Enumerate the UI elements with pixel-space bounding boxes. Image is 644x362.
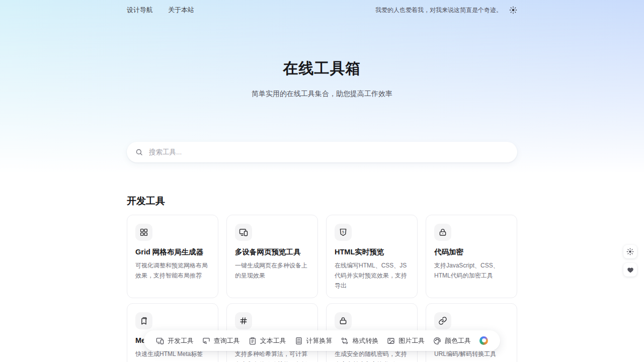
dock-item-text-tools[interactable]: 文本工具: [249, 336, 286, 345]
tool-desc: 可视化调整和预览网格布局效果，支持智能布局推荐: [135, 260, 210, 281]
dock-item-label: 查询工具: [214, 336, 240, 345]
tool-desc: 支持JavaScript、CSS、HTML代码的加密工具: [434, 260, 509, 281]
lock-keyhole-icon: [434, 224, 451, 241]
hash-icon: [235, 312, 252, 329]
transform-icon: [341, 337, 349, 345]
tool-title: HTML实时预览: [335, 247, 409, 257]
section-title-dev-tools: 开发工具: [127, 195, 517, 208]
sun-icon: [626, 248, 634, 255]
dock-item-label: 图片工具: [398, 336, 425, 345]
search-input[interactable]: [127, 142, 517, 162]
html5-badge-icon: 5: [335, 224, 352, 241]
dock-item-query-tools[interactable]: 查询工具: [202, 336, 240, 345]
tool-desc: 在线编写HTML、CSS、JS代码并实时预览效果，支持导出: [335, 260, 409, 291]
bottom-dock: 开发工具 查询工具 文本工具: [144, 330, 500, 351]
screen-search-icon: [202, 337, 210, 345]
tool-desc: 生成安全的随机密码，支持自定义长度和字符类型: [335, 349, 409, 362]
svg-text:5: 5: [342, 230, 344, 234]
bookmark-tag-icon: [135, 312, 152, 329]
sun-icon: [509, 6, 517, 14]
nav-design-link[interactable]: 设计导航: [127, 6, 153, 15]
link-icon: [434, 312, 451, 329]
tool-card-device-preview[interactable]: 多设备网页预览工具 一键生成网页在多种设备上的呈现效果: [226, 215, 318, 298]
theme-toggle-button[interactable]: [509, 6, 517, 14]
tool-title: 代码加密: [434, 247, 509, 257]
search-bar: [127, 142, 517, 162]
favorite-fab-button[interactable]: [623, 263, 637, 277]
dock-item-label: 格式转换: [352, 336, 378, 345]
dock-item-label: 计算换算: [306, 336, 333, 345]
dock-item-label: 开发工具: [168, 336, 194, 345]
tool-desc: 支持多种哈希算法，可计算文本和文件的哈希值，包括MD5、SHA1...: [235, 349, 309, 362]
lock-icon: [335, 312, 352, 329]
tool-title: 多设备网页预览工具: [235, 247, 309, 257]
heart-icon: [627, 266, 634, 274]
tool-desc: 一键生成网页在多种设备上的呈现效果: [235, 260, 309, 281]
search-icon: [135, 148, 143, 156]
page-subtitle: 简单实用的在线工具集合，助您提高工作效率: [127, 89, 517, 99]
calculator-icon: [295, 337, 303, 345]
dock-item-calc-tools[interactable]: 计算换算: [295, 336, 333, 345]
theme-fab-button[interactable]: [623, 245, 637, 258]
tool-title: Grid 网格布局生成器: [135, 247, 210, 257]
header-quote: 我爱的人也爱着我，对我来说这简直是个奇迹。: [375, 6, 502, 15]
dock-item-dev-tools[interactable]: 开发工具: [156, 336, 194, 345]
dock-item-label: 文本工具: [260, 336, 286, 345]
tool-card-html-preview[interactable]: 5 HTML实时预览 在线编写HTML、CSS、JS代码并实时预览效果，支持导出: [326, 215, 418, 298]
devices-icon: [235, 224, 252, 241]
dock-item-format-convert[interactable]: 格式转换: [341, 336, 378, 345]
clipboard-icon: [249, 337, 257, 345]
rainbow-swirl-icon[interactable]: [479, 336, 488, 345]
floating-side-buttons: [623, 245, 637, 277]
tool-card-grid-generator[interactable]: Grid 网格布局生成器 可视化调整和预览网格布局效果，支持智能布局推荐: [127, 215, 218, 298]
image-icon: [387, 337, 395, 345]
layout-grid-icon: [135, 224, 152, 241]
nav-about-link[interactable]: 关于本站: [168, 6, 194, 15]
devices-icon: [156, 337, 164, 345]
dock-item-image-tools[interactable]: 图片工具: [387, 336, 425, 345]
dock-item-label: 颜色工具: [445, 336, 471, 345]
dock-item-color-tools[interactable]: 颜色工具: [433, 336, 471, 345]
header-nav: 设计导航 关于本站: [127, 6, 194, 15]
top-header: 设计导航 关于本站 我爱的人也爱着我，对我来说这简直是个奇迹。: [0, 0, 644, 20]
tool-card-code-encrypt[interactable]: 代码加密 支持JavaScript、CSS、HTML代码的加密工具: [426, 215, 517, 298]
palette-icon: [433, 337, 441, 345]
page-title: 在线工具箱: [127, 58, 517, 79]
